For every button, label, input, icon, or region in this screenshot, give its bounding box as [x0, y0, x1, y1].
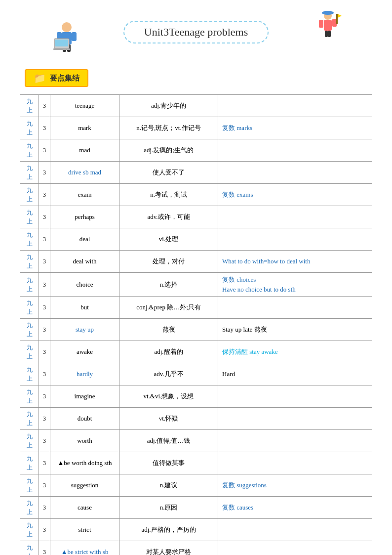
cell-grade: 九上 [20, 430, 39, 452]
cell-word: choice [50, 273, 119, 297]
cell-grade: 九上 [20, 273, 39, 297]
cell-word: hardly [50, 363, 119, 385]
cell-word: deal with [50, 251, 119, 273]
cell-def: vi.处理 [119, 228, 218, 251]
cell-def: n.原因 [119, 497, 218, 519]
cell-word: worth [50, 430, 119, 452]
table-row: 九上3awakeadj.醒着的保持清醒 stay awake [20, 341, 372, 363]
cell-unit: 3 [39, 408, 50, 430]
cell-word: awake [50, 341, 119, 363]
cell-extra: 复数 exams [218, 184, 372, 206]
cell-def: adv.或许，可能 [119, 206, 218, 228]
cell-unit: 3 [39, 117, 50, 139]
cell-word: perhaps [50, 206, 119, 228]
cell-word: ▲be worth doing sth [50, 452, 119, 474]
cell-extra [218, 452, 372, 474]
cell-grade: 九上 [20, 363, 39, 385]
cell-extra [218, 541, 372, 555]
table-row: 九上3strictadj.严格的，严厉的 [20, 519, 372, 541]
cell-unit: 3 [39, 228, 50, 251]
cell-word: suggestion [50, 474, 119, 497]
cell-def: adv.几乎不 [119, 363, 218, 385]
table-row: 九上3deal with处理，对付What to do with=how to … [20, 251, 372, 273]
svg-rect-7 [55, 40, 68, 46]
cell-extra: 复数 marks [218, 117, 372, 139]
cell-word: imagine [50, 385, 119, 408]
cell-extra: Stay up late 熬夜 [218, 319, 372, 341]
cell-grade: 九上 [20, 251, 39, 273]
svg-rect-18 [324, 11, 331, 13]
cell-word: but [50, 297, 119, 319]
cell-unit: 3 [39, 184, 50, 206]
cell-grade: 九上 [20, 184, 39, 206]
table-row: 九上3hardlyadv.几乎不Hard [20, 363, 372, 385]
svg-rect-15 [336, 14, 338, 24]
cell-def: adj.醒着的 [119, 341, 218, 363]
cell-extra [218, 385, 372, 408]
table-row: 九上3causen.原因复数 causes [20, 497, 372, 519]
cell-unit: 3 [39, 251, 50, 273]
table-row: 九上3suggestionn.建议复数 suggestions [20, 474, 372, 497]
cell-unit: 3 [39, 497, 50, 519]
section-label-area: 📁 要点集结 [25, 69, 372, 87]
cell-grade: 九上 [20, 206, 39, 228]
svg-point-0 [62, 22, 72, 32]
cell-unit: 3 [39, 430, 50, 452]
section-label-box: 📁 要点集结 [25, 69, 88, 87]
cell-def: adj.青少年的 [119, 95, 218, 117]
cell-unit: 3 [39, 139, 50, 162]
cell-word: mark [50, 117, 119, 139]
cell-extra: 复数 causes [218, 497, 372, 519]
svg-rect-3 [72, 32, 77, 41]
cell-grade: 九上 [20, 139, 39, 162]
table-row: 九上3drive sb mad使人受不了 [20, 162, 372, 184]
cell-extra [218, 95, 372, 117]
cell-grade: 九上 [20, 341, 39, 363]
cell-unit: 3 [39, 319, 50, 341]
cell-grade: 九上 [20, 541, 39, 555]
cell-extra [218, 206, 372, 228]
cell-def: 值得做某事 [119, 452, 218, 474]
cell-extra [218, 162, 372, 184]
cell-grade: 九上 [20, 297, 39, 319]
table-row: 九上3butconj.&prep 除…外;只有 [20, 297, 372, 319]
cell-extra: What to do with=how to deal with [218, 251, 372, 273]
cell-extra: Hard [218, 363, 372, 385]
cell-unit: 3 [39, 273, 50, 297]
table-row: 九上3madadj.发疯的;生气的 [20, 139, 372, 162]
cell-word: drive sb mad [50, 162, 119, 184]
table-row: 九上3▲be worth doing sth值得做某事 [20, 452, 372, 474]
cell-def: 熬夜 [119, 319, 218, 341]
svg-marker-16 [338, 14, 342, 18]
table-row: 九上3doubtvt.怀疑 [20, 408, 372, 430]
svg-rect-14 [328, 31, 331, 37]
header: Unit3Teenage problems [20, 10, 372, 54]
right-illustration [313, 10, 343, 40]
cell-def: adj.发疯的;生气的 [119, 139, 218, 162]
cell-def: vt.&vi.想象，设想 [119, 385, 218, 408]
cell-word: ▲be strict with sb [50, 541, 119, 555]
page-title: Unit3Teenage problems [123, 21, 269, 43]
cell-word: cause [50, 497, 119, 519]
cell-unit: 3 [39, 206, 50, 228]
table-row: 九上3teenageadj.青少年的 [20, 95, 372, 117]
table-row: 九上3stay up熬夜Stay up late 熬夜 [20, 319, 372, 341]
cell-grade: 九上 [20, 474, 39, 497]
cell-def: n.建议 [119, 474, 218, 497]
cell-extra [218, 408, 372, 430]
cell-unit: 3 [39, 452, 50, 474]
cell-grade: 九上 [20, 228, 39, 251]
cell-def: n.考试，测试 [119, 184, 218, 206]
cell-unit: 3 [39, 162, 50, 184]
cell-unit: 3 [39, 297, 50, 319]
cell-word: deal [50, 228, 119, 251]
svg-rect-11 [319, 20, 323, 28]
cell-extra [218, 228, 372, 251]
cell-def: vt.怀疑 [119, 408, 218, 430]
cell-grade: 九上 [20, 408, 39, 430]
table-row: 九上3markn.记号,斑点；vt.作记号复数 marks [20, 117, 372, 139]
table-row: 九上3imaginevt.&vi.想象，设想 [20, 385, 372, 408]
cell-word: doubt [50, 408, 119, 430]
cell-unit: 3 [39, 363, 50, 385]
folder-icon: 📁 [34, 72, 46, 84]
